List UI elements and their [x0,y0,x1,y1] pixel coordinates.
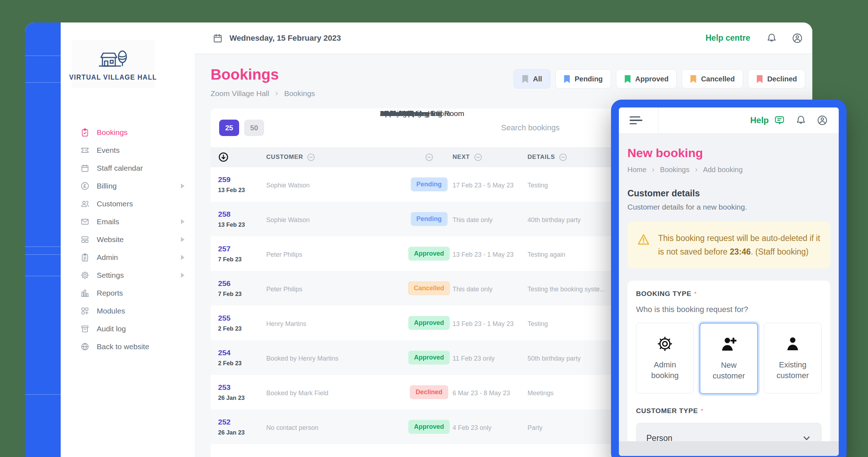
sort-descending-icon[interactable] [218,152,229,162]
sidebar: VIRTUAL VILLAGE HALL Bookings Events Sta… [61,22,195,457]
breadcrumb: Zoom Village Hall Bookings [211,89,315,98]
sidebar-item-bookings[interactable]: Bookings [61,124,195,141]
option-existing-customer[interactable]: Existing customer [764,323,822,393]
filter-approved[interactable]: Approved [616,69,677,89]
option-admin-booking[interactable]: Admin booking [636,323,694,393]
users-icon [80,199,90,209]
booking-id-link[interactable]: 256 [218,279,266,288]
sidebar-item-website[interactable]: Website [61,231,195,248]
village-hall-logo-icon [96,47,130,70]
bell-icon[interactable] [766,32,777,44]
logo: VIRTUAL VILLAGE HALL [71,40,155,88]
created-date: 7 Feb 23 [218,256,266,263]
sidebar-item-customers[interactable]: Customers [61,195,195,213]
booking-id-link[interactable]: 253 [218,383,266,392]
current-date: Wednesday, 15 February 2023 [212,33,341,44]
booking-id-link[interactable]: 259 [218,175,266,184]
browser-icon [80,235,90,244]
chevron-right-icon [181,184,185,189]
page-size-25-button[interactable]: 25 [219,120,239,136]
page-title: Bookings [211,66,315,83]
breadcrumb-item: Add booking [703,166,743,174]
sidebar-item-modules[interactable]: Modules [61,302,195,320]
filter-declined[interactable]: Declined [748,69,805,89]
help-centre-link[interactable]: Help centre [706,33,750,43]
panel-header: Help [619,107,839,133]
created-date: 13 Feb 23 [218,187,266,194]
chevron-right-icon [274,91,279,96]
sidebar-item-back-to-website[interactable]: Back to website [61,338,195,356]
booking-id-link[interactable]: 257 [218,245,266,253]
bar-chart-icon [80,288,90,298]
chevron-right-icon [694,167,699,172]
booking-id-link[interactable]: 258 [218,210,266,219]
breadcrumb-item[interactable]: Zoom Village Hall [211,89,269,98]
section-title: Customer details [627,188,830,199]
clipboard-list-icon [80,253,90,262]
sidebar-item-emails[interactable]: Emails [61,213,195,231]
sidebar-item-audit-log[interactable]: Audit log [61,320,195,338]
breadcrumb-item[interactable]: Home [627,166,646,174]
page-size-50-button[interactable]: 50 [244,120,264,136]
chevron-right-icon [651,167,656,172]
pound-circle-icon [80,181,90,191]
hamburger-menu-icon[interactable] [630,114,642,127]
bell-icon[interactable] [795,115,807,126]
sidebar-item-settings[interactable]: Settings [61,266,195,284]
chevron-right-icon [181,273,185,278]
chevron-right-icon [181,255,185,260]
chevron-right-icon [181,237,185,242]
created-date: 13 Feb 23 [218,221,266,228]
help-link[interactable]: Help [750,115,769,125]
filter-all[interactable]: All [514,69,550,89]
column-customer[interactable]: CUSTOMER [266,154,303,161]
auto-delete-warning: This booking request will be auto-delete… [627,221,830,268]
sidebar-item-events[interactable]: Events [61,141,195,159]
left-accent-strip [25,22,61,457]
bookmark-icon [690,75,697,84]
breadcrumb-item: Bookings [284,89,315,98]
user-avatar-icon[interactable] [792,32,803,44]
chevron-right-icon [181,219,185,224]
panel-breadcrumb: Home Bookings Add booking [627,166,830,174]
gear-icon [656,335,673,352]
breadcrumb-item[interactable]: Bookings [660,166,689,174]
status-filters: All Pending Approved Cancelled [514,69,805,89]
warning-triangle-icon [637,233,650,246]
globe-icon [80,342,90,351]
bookmark-icon [522,75,529,84]
created-date: 2 Feb 23 [218,360,266,367]
circle-minus-icon[interactable] [307,153,316,162]
customer-type-label: CUSTOMER TYPE [636,407,698,415]
clipboard-check-icon [80,128,90,137]
bookmark-icon [624,75,631,84]
user-avatar-icon[interactable] [817,115,828,126]
created-date: 7 Feb 23 [218,291,266,297]
booking-type-question: Who is this booking request for? [636,305,822,314]
sidebar-nav: Bookings Events Staff calendar Billing [61,124,195,356]
booking-id-link[interactable]: 252 [218,418,266,426]
panel-title: New booking [627,146,830,160]
sidebar-item-reports[interactable]: Reports [61,284,195,302]
person-plus-icon [720,336,737,353]
required-asterisk: * [701,408,703,414]
warning-deadline: 23:46 [730,247,751,256]
section-subtitle: Customer details for a new booking. [627,203,830,211]
top-bar: Wednesday, 15 February 2023 Help centre [195,22,812,54]
booking-id-link[interactable]: 255 [218,314,266,322]
sidebar-item-staff-calendar[interactable]: Staff calendar [61,159,195,177]
filter-cancelled[interactable]: Cancelled [682,69,743,89]
sidebar-item-billing[interactable]: Billing [61,177,195,195]
logo-text: VIRTUAL VILLAGE HALL [69,73,157,81]
booking-id-link[interactable]: 254 [218,348,266,357]
panel-body: New booking Home Bookings Add booking Cu… [619,146,839,457]
bookmark-icon [564,75,570,84]
grid-plus-icon [80,306,90,316]
filter-pending[interactable]: Pending [555,69,611,89]
sidebar-item-admin[interactable]: Admin [61,248,195,266]
ticket-icon [80,146,90,155]
panel-footer-bar [619,441,839,457]
chat-bubble-icon[interactable] [774,115,785,126]
option-new-customer[interactable]: New customer [700,323,758,394]
required-asterisk: * [694,291,696,297]
